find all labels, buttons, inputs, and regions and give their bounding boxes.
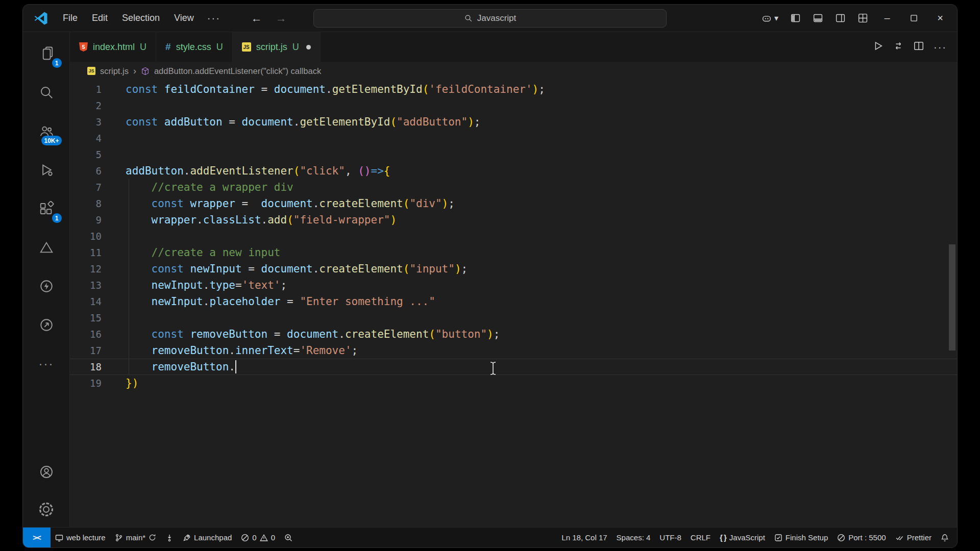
split-editor-button[interactable] bbox=[913, 40, 924, 54]
git-branch-item[interactable]: main* bbox=[110, 528, 161, 547]
code-line-12[interactable]: 12 const newInput = document.createEleme… bbox=[70, 261, 957, 277]
thunder-client-icon[interactable] bbox=[23, 267, 70, 306]
forward-arrow-icon[interactable]: → bbox=[276, 12, 287, 25]
code-line-8[interactable]: 8 const wrapper = document.createElement… bbox=[70, 195, 957, 212]
menu-view[interactable]: View bbox=[167, 13, 201, 23]
tab-label: index.html bbox=[93, 42, 135, 53]
code-line-14[interactable]: 14 newInput.placeholder = "Enter somethi… bbox=[70, 293, 957, 310]
editor-more-actions-icon[interactable]: ··· bbox=[934, 41, 947, 53]
code-line-6[interactable]: 6addButton.addEventListener("click", ()=… bbox=[70, 163, 957, 179]
eol-item[interactable]: CRLF bbox=[686, 528, 715, 547]
remote-indicator[interactable]: >< bbox=[23, 528, 51, 547]
menu-edit[interactable]: Edit bbox=[85, 13, 115, 23]
line-number: 19 bbox=[70, 378, 102, 389]
line-number: 3 bbox=[70, 116, 102, 128]
tab-label: style.css bbox=[176, 42, 211, 53]
finish-setup-item[interactable]: Finish Setup bbox=[770, 528, 832, 547]
js-file-icon: JS bbox=[242, 42, 251, 52]
toggle-sidebar-left-button[interactable] bbox=[786, 10, 805, 27]
customize-layout-button[interactable] bbox=[853, 10, 872, 27]
toggle-panel-button[interactable] bbox=[808, 10, 827, 27]
launchpad-item[interactable]: Launchpad bbox=[178, 528, 236, 547]
line-number: 17 bbox=[70, 345, 102, 356]
breadcrumb-symbol[interactable]: addButton.addEventListener("click") call… bbox=[154, 66, 321, 76]
tab-label: script.js bbox=[256, 42, 287, 53]
run-debug-icon[interactable] bbox=[23, 151, 70, 189]
breadcrumb-file[interactable]: script.js bbox=[100, 66, 129, 76]
code-line-15[interactable]: 15 bbox=[70, 310, 957, 326]
code-line-2[interactable]: 2 bbox=[70, 97, 957, 114]
extensions-icon[interactable]: 1 bbox=[23, 189, 70, 228]
maximize-button[interactable] bbox=[902, 8, 925, 29]
errors-icon bbox=[241, 534, 249, 542]
code-line-19[interactable]: 19}) bbox=[70, 375, 957, 391]
explorer-badge: 1 bbox=[52, 58, 62, 68]
open-changes-icon[interactable] bbox=[893, 40, 904, 54]
code-line-1[interactable]: 1const feildContainer = document.getElem… bbox=[70, 81, 957, 97]
live-server-port-item[interactable]: Port : 5500 bbox=[832, 528, 890, 547]
status-bar: >< web lecture main* Launchpad 0 0 Ln 18… bbox=[23, 527, 957, 547]
line-number: 10 bbox=[70, 231, 102, 242]
line-number: 18 bbox=[70, 361, 102, 372]
chevron-down-icon: ▾ bbox=[774, 13, 778, 23]
minimize-button[interactable]: – bbox=[875, 8, 899, 29]
code-line-9[interactable]: 9 wrapper.classList.add("field-wrapper") bbox=[70, 212, 957, 228]
tab-script-js[interactable]: JS script.js U bbox=[233, 32, 321, 62]
line-number: 9 bbox=[70, 214, 102, 226]
search-sidebar-icon[interactable] bbox=[23, 73, 70, 112]
prettier-item[interactable]: Prettier bbox=[891, 528, 936, 547]
back-arrow-icon[interactable]: ← bbox=[251, 12, 262, 25]
git-fetch-item[interactable] bbox=[161, 528, 178, 547]
encoding-item[interactable]: UTF-8 bbox=[655, 528, 686, 547]
account-icon[interactable] bbox=[23, 453, 70, 491]
copilot-icon bbox=[761, 13, 772, 24]
code-line-10[interactable]: 10 bbox=[70, 228, 957, 244]
explorer-icon[interactable]: 1 bbox=[23, 34, 70, 73]
monitor-icon bbox=[55, 534, 63, 542]
code-line-11[interactable]: 11 //create a new input bbox=[70, 244, 957, 261]
extensions-badge: 1 bbox=[52, 213, 62, 223]
notifications-bell-icon[interactable] bbox=[936, 528, 957, 547]
problems-item[interactable]: 0 0 bbox=[236, 528, 280, 547]
code-line-18[interactable]: 18 removeButton. bbox=[70, 359, 957, 375]
extension-triangle-icon[interactable] bbox=[23, 228, 70, 267]
tab-style-css[interactable]: # style.css U bbox=[156, 32, 233, 62]
code-line-3[interactable]: 3const addButton = document.getElementBy… bbox=[70, 114, 957, 130]
settings-gear-icon[interactable] bbox=[23, 491, 70, 527]
toggle-sidebar-right-button[interactable] bbox=[830, 10, 850, 27]
indent-guide bbox=[129, 179, 129, 375]
close-button[interactable]: × bbox=[928, 8, 952, 29]
line-number: 16 bbox=[70, 329, 102, 340]
language-mode-item[interactable]: { } JavaScript bbox=[715, 528, 770, 547]
copilot-menu-button[interactable]: ▾ bbox=[757, 13, 782, 24]
code-line-4[interactable]: 4 bbox=[70, 130, 957, 146]
html-file-icon: 5 bbox=[79, 42, 88, 52]
code-line-13[interactable]: 13 newInput.type='text'; bbox=[70, 277, 957, 293]
code-line-16[interactable]: 16 const removeButton = document.createE… bbox=[70, 326, 957, 342]
menu-file[interactable]: File bbox=[56, 13, 85, 23]
code-line-17[interactable]: 17 removeButton.innerText='Remove'; bbox=[70, 342, 957, 359]
more-views-icon[interactable]: ··· bbox=[23, 344, 70, 383]
indentation-item[interactable]: Spaces: 4 bbox=[612, 528, 655, 547]
line-number: 5 bbox=[70, 149, 102, 160]
code-editor[interactable]: 1const feildContainer = document.getElem… bbox=[70, 80, 957, 527]
extension-circle-arrow-icon[interactable] bbox=[23, 306, 70, 344]
checklist-icon bbox=[774, 534, 782, 542]
code-line-5[interactable]: 5 bbox=[70, 146, 957, 163]
command-center-search[interactable]: Javascript bbox=[313, 9, 667, 28]
unsaved-dot-icon[interactable] bbox=[306, 45, 311, 49]
git-status-letter: U bbox=[216, 42, 223, 53]
run-file-button[interactable] bbox=[872, 40, 884, 54]
line-number: 11 bbox=[70, 247, 102, 258]
tab-index-html[interactable]: 5 index.html U bbox=[70, 32, 156, 62]
code-line-7[interactable]: 7 //create a wrapper div bbox=[70, 179, 957, 195]
workspace-item[interactable]: web lecture bbox=[51, 528, 110, 547]
branch-icon bbox=[115, 534, 123, 542]
zoom-item[interactable] bbox=[280, 528, 297, 547]
accounts-people-icon[interactable]: 10K+ bbox=[23, 112, 70, 151]
zoom-in-icon bbox=[284, 534, 292, 542]
menu-more-icon[interactable]: ··· bbox=[201, 12, 227, 24]
cursor-position-item[interactable]: Ln 18, Col 17 bbox=[557, 528, 611, 547]
menu-selection[interactable]: Selection bbox=[115, 13, 167, 23]
editor-scrollbar[interactable] bbox=[949, 244, 955, 350]
